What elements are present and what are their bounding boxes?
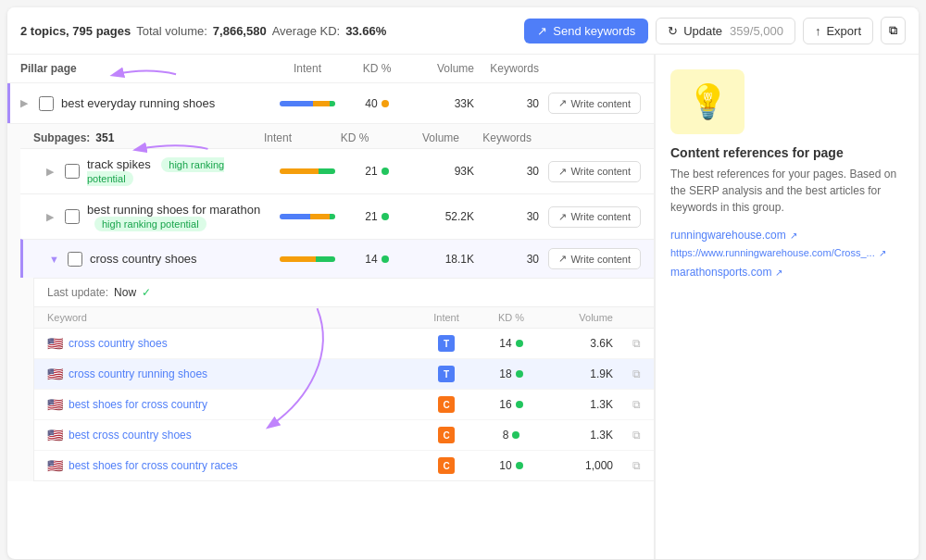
ref-link-0[interactable]: runningwarehouse.com ↗ — [670, 229, 904, 242]
kw-intent-3: C — [419, 427, 474, 443]
main-content: Pillar page Intent KD % Volume Keywords … — [7, 55, 919, 559]
send-keywords-button[interactable]: ↗ Send keywords — [524, 19, 648, 44]
ref-link-url-text-0: https://www.runningwarehouse.com/Cross_.… — [670, 247, 875, 258]
kw-link-0[interactable]: 🇺🇸 cross country shoes — [47, 336, 419, 351]
ref-link-domain-0: runningwarehouse.com — [670, 229, 786, 242]
cross-country-keywords: 30 — [474, 253, 539, 266]
kw-name-3: best cross country shoes — [69, 429, 192, 442]
kw-row-4: 🇺🇸 best shoes for cross country races C … — [34, 451, 654, 480]
subpage-row-marathon: ▶ best running shoes for marathon high r… — [20, 193, 654, 239]
marathon-volume: 52.2K — [409, 210, 474, 223]
pillar-kd-col: KD % — [344, 62, 409, 75]
track-spikes-name: track spikes high ranking potential — [87, 157, 270, 185]
ref-link-ext-0: ↗ — [790, 230, 797, 241]
sub-kd-col: KD % — [322, 131, 387, 144]
kw-link-1[interactable]: 🇺🇸 cross country running shoes — [47, 367, 419, 381]
track-spikes-dot — [382, 168, 389, 175]
ref-url-ext-0: ↗ — [879, 248, 886, 258]
cross-country-name: cross country shoes — [90, 252, 270, 266]
flag-2: 🇺🇸 — [47, 397, 63, 412]
kw-vol-2: 1.3K — [548, 398, 613, 411]
kw-link-2[interactable]: 🇺🇸 best shoes for cross country — [47, 397, 419, 412]
kd-value: 33.66% — [345, 24, 386, 38]
top-bar: 2 topics, 795 pages Total volume: 7,866,… — [7, 7, 919, 55]
kw-name-2: best shoes for cross country — [69, 398, 207, 411]
pillar-row-keywords: 30 — [474, 97, 539, 110]
kw-col-intent: Intent — [419, 312, 474, 323]
pillar-label: Pillar page — [20, 62, 77, 75]
last-update-label: Last update: — [47, 286, 108, 299]
pillar-row-name: best everyday running shoes — [61, 96, 270, 110]
track-spikes-expander[interactable]: ▶ — [46, 166, 65, 178]
top-bar-actions: ↗ Send keywords ↻ Update 359/5,000 ↑ Exp… — [524, 17, 906, 44]
pillar-row-kd: 40 — [344, 97, 409, 110]
kw-intent-4: C — [419, 457, 474, 474]
kw-name-1: cross country running shoes — [69, 367, 207, 380]
write-icon-2: ↗ — [558, 166, 567, 178]
marathon-expander[interactable]: ▶ — [46, 211, 65, 223]
kw-kd-1: 18 — [474, 367, 548, 380]
subpages-label: Subpages: — [33, 131, 90, 144]
cross-country-dot — [382, 255, 389, 263]
kw-link-3[interactable]: 🇺🇸 best cross country shoes — [47, 428, 419, 442]
cross-country-write-button[interactable]: ↗ Write content — [548, 248, 641, 269]
copy-button[interactable]: ⧉ — [881, 17, 906, 44]
copy-icon-1[interactable]: ⧉ — [613, 367, 641, 380]
intent-badge-3: C — [438, 427, 455, 443]
marathon-name: best running shoes for marathon high ran… — [87, 203, 270, 230]
ref-link-domain-1: marathonsports.com — [670, 266, 771, 279]
marathon-checkbox[interactable] — [65, 209, 80, 224]
flag-1: 🇺🇸 — [47, 367, 63, 381]
subpage-row-cross-country: ▼ cross country shoes 14 18.1K 30 — [20, 239, 654, 278]
content-ref-desc: The best references for your pages. Base… — [670, 166, 904, 216]
ref-link-1[interactable]: marathonsports.com ↗ — [670, 266, 904, 279]
copy-icon-2[interactable]: ⧉ — [613, 398, 641, 411]
track-spikes-keywords: 30 — [474, 165, 539, 178]
flag-4: 🇺🇸 — [47, 458, 63, 473]
track-spikes-action: ↗ Write content — [539, 161, 641, 182]
pillar-row: ▶ best everyday running shoes 40 33K 30 — [7, 82, 654, 124]
pillar-row-checkbox[interactable] — [39, 96, 54, 111]
pillar-section-header: Pillar page Intent KD % Volume Keywords — [7, 55, 654, 82]
volume-label: Total volume: — [136, 24, 207, 38]
cross-country-intent — [270, 256, 344, 262]
track-spikes-intent — [270, 168, 344, 174]
pillar-write-button[interactable]: ↗ Write content — [548, 93, 641, 114]
pillar-keywords-col: Keywords — [474, 62, 539, 75]
cross-country-checkbox[interactable] — [68, 252, 82, 267]
pillar-row-volume: 33K — [409, 97, 474, 110]
kw-row-3: 🇺🇸 best cross country shoes C 8 1.3K ⧉ — [34, 420, 654, 451]
kw-intent-0: T — [419, 335, 474, 352]
expanded-header: Last update: Now ✓ — [34, 279, 654, 307]
cross-country-expander[interactable]: ▼ — [49, 254, 68, 265]
kw-kd-3: 8 — [474, 429, 548, 442]
cross-country-volume: 18.1K — [409, 253, 474, 266]
track-spikes-write-button[interactable]: ↗ Write content — [548, 161, 641, 182]
sub-volume-col: Volume — [394, 131, 459, 144]
pillar-row-expander[interactable]: ▶ — [20, 97, 39, 109]
last-update-value: Now — [114, 286, 136, 299]
ref-link-url-0[interactable]: https://www.runningwarehouse.com/Cross_.… — [670, 247, 904, 258]
pillar-row-intent — [270, 101, 344, 106]
copy-icon-4[interactable]: ⧉ — [613, 459, 641, 472]
update-button[interactable]: ↻ Update 359/5,000 — [656, 18, 795, 44]
expanded-keywords-panel: Last update: Now ✓ Keyword Intent KD % V… — [33, 278, 654, 481]
kw-kd-2: 16 — [474, 398, 548, 411]
intent-badge-4: C — [438, 457, 455, 474]
kw-col-volume: Volume — [548, 312, 613, 323]
copy-icon-0[interactable]: ⧉ — [613, 337, 641, 350]
kw-link-4[interactable]: 🇺🇸 best shoes for cross country races — [47, 458, 419, 473]
kd-dot-3 — [512, 431, 519, 439]
left-panel: Pillar page Intent KD % Volume Keywords … — [7, 55, 655, 559]
copy-icon-3[interactable]: ⧉ — [613, 429, 641, 442]
update-count: 359/5,000 — [730, 24, 783, 38]
track-spikes-checkbox[interactable] — [65, 164, 80, 179]
kd-dot-0 — [516, 340, 523, 347]
export-button[interactable]: ↑ Export — [803, 18, 873, 44]
right-panel: 💡 Content references for page The best r… — [655, 55, 919, 559]
sub-keywords-col: Keywords — [467, 131, 532, 144]
marathon-write-button[interactable]: ↗ Write content — [548, 206, 641, 228]
kw-col-kd: KD % — [474, 312, 548, 323]
intent-badge-1: T — [438, 366, 455, 382]
write-icon: ↗ — [558, 97, 567, 109]
